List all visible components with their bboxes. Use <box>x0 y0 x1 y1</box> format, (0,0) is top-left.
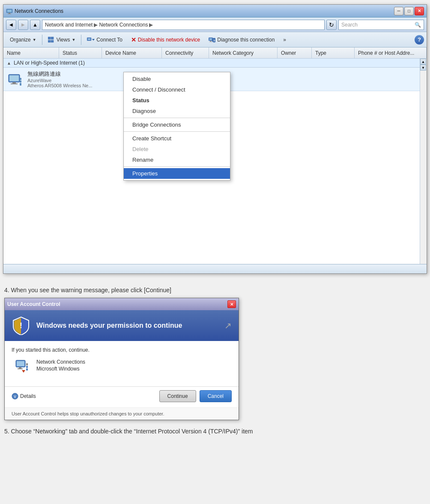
section-chevron-icon: ▲ <box>7 61 11 65</box>
title-bar-controls: ─ □ ✕ <box>394 7 424 15</box>
path-part2: Network Connections <box>99 22 148 28</box>
ctx-properties[interactable]: Properties <box>124 168 230 179</box>
up-button[interactable]: ▲ <box>30 20 40 30</box>
uac-details-button[interactable]: v Details <box>12 393 36 400</box>
uac-buttons: Continue Cancel <box>159 390 232 402</box>
connect-to-label: Connect To <box>96 37 122 43</box>
ctx-rename[interactable]: Rename <box>124 154 230 165</box>
toolbar-separator-1 <box>42 35 42 45</box>
views-label: Views <box>57 37 70 43</box>
uac-close-button[interactable]: ✕ <box>227 300 236 308</box>
svg-text:?: ? <box>213 39 215 43</box>
col-header-name[interactable]: Name <box>3 47 59 58</box>
connect-to-icon <box>87 37 95 43</box>
ctx-bridge-connections[interactable]: Bridge Connections <box>124 119 230 130</box>
help-button[interactable]: ? <box>415 35 424 44</box>
col-header-owner[interactable]: Owner <box>278 47 312 58</box>
explorer-window: Network Connections ─ □ ✕ ◀ ▶ ▲ Network … <box>3 4 427 274</box>
network-sub1: AzureWave <box>27 78 93 83</box>
back-button[interactable]: ◀ <box>6 20 16 30</box>
svg-rect-19 <box>12 82 16 83</box>
search-placeholder: Search <box>341 22 358 28</box>
uac-footer: v Details Continue Cancel <box>5 386 239 407</box>
context-menu: Disable Connect / Disconnect Status Diag… <box>123 72 230 181</box>
svg-rect-9 <box>88 39 90 40</box>
views-button[interactable]: Views ▼ <box>44 34 80 46</box>
more-button[interactable]: » <box>279 34 290 46</box>
computer-wifi-icon <box>7 71 24 87</box>
organize-label: Organize <box>10 37 31 43</box>
svg-rect-5 <box>51 37 54 39</box>
minimize-button[interactable]: ─ <box>394 7 403 15</box>
col-header-connectivity[interactable]: Connectivity <box>162 47 209 58</box>
ctx-sep-2 <box>124 131 230 132</box>
ctx-diagnose[interactable]: Diagnose <box>124 106 230 116</box>
svg-text:!: ! <box>20 321 22 330</box>
toolbar: Organize ▼ Views ▼ Connect To ✕ D <box>3 32 427 47</box>
ctx-status[interactable]: Status <box>124 95 230 106</box>
search-box[interactable]: Search 🔍 <box>338 20 424 30</box>
disable-icon: ✕ <box>131 36 136 43</box>
section-header[interactable]: ▲ LAN or High-Speed Internet (1) <box>3 59 427 68</box>
title-bar-left: Network Connections <box>6 8 63 15</box>
svg-rect-31 <box>26 363 28 365</box>
ctx-connect-disconnect[interactable]: Connect / Disconnect <box>124 84 230 95</box>
uac-details-label: Details <box>20 393 36 399</box>
col-header-device-name[interactable]: Device Name <box>102 47 162 58</box>
col-header-status[interactable]: Status <box>59 47 102 58</box>
network-info: 無線網路連線 AzureWave Atheros AR5008 Wireless… <box>27 70 93 88</box>
disable-button[interactable]: ✕ Disable this network device <box>127 34 204 46</box>
disable-label: Disable this network device <box>138 37 200 43</box>
col-header-phone[interactable]: Phone # or Host Addre... <box>355 47 427 58</box>
uac-header-text: Windows needs your permission to continu… <box>36 321 182 330</box>
svg-rect-27 <box>19 367 21 368</box>
path-part1: Network and Internet <box>45 22 93 28</box>
scroll-up-button[interactable]: ▲ <box>420 59 426 65</box>
views-dropdown-icon: ▼ <box>72 38 75 42</box>
uac-app-publisher: Microsoft Windows <box>36 366 85 372</box>
svg-rect-29 <box>26 368 28 371</box>
svg-rect-4 <box>48 37 51 39</box>
step4-text: 4. When you see the warning message, ple… <box>0 278 430 298</box>
network-sub2: Atheros AR5008 Wireless Ne... <box>27 83 93 88</box>
uac-cancel-button[interactable]: Cancel <box>200 390 232 402</box>
svg-marker-10 <box>92 39 95 41</box>
content-area: ▲ LAN or High-Speed Internet (1) <box>3 59 427 264</box>
ctx-create-shortcut[interactable]: Create Shortcut <box>124 133 230 144</box>
maximize-button[interactable]: □ <box>404 7 414 15</box>
column-headers: Name Status Device Name Connectivity Net… <box>3 47 427 59</box>
svg-rect-7 <box>51 40 54 42</box>
scroll-down-button[interactable]: ▼ <box>420 65 426 71</box>
ctx-sep-3 <box>124 166 230 167</box>
ctx-disable[interactable]: Disable <box>124 74 230 84</box>
col-header-type[interactable]: Type <box>312 47 355 58</box>
svg-rect-20 <box>11 83 18 84</box>
connect-to-button[interactable]: Connect To <box>83 34 126 46</box>
path-arrow2: ▶ <box>149 22 153 28</box>
close-button[interactable]: ✕ <box>415 7 424 15</box>
status-bar <box>3 264 427 273</box>
toolbar-separator-2 <box>81 35 81 45</box>
uac-continue-button[interactable]: Continue <box>159 390 196 402</box>
uac-header: ! Windows needs your permission to conti… <box>5 310 239 341</box>
diagnose-icon: ? <box>209 37 215 43</box>
title-bar: Network Connections ─ □ ✕ <box>3 5 427 18</box>
scrollbar-right[interactable]: ▲ ▼ <box>420 59 427 264</box>
cursor-indicator: ↗ <box>224 320 232 331</box>
network-item[interactable]: 無線網路連線 AzureWave Atheros AR5008 Wireless… <box>3 68 427 91</box>
forward-button[interactable]: ▶ <box>18 20 28 30</box>
svg-text:v: v <box>14 394 16 399</box>
svg-rect-22 <box>20 80 21 83</box>
col-header-network-category[interactable]: Network Category <box>209 47 278 58</box>
more-label: » <box>283 37 286 43</box>
organize-dropdown-icon: ▼ <box>33 38 36 42</box>
address-path[interactable]: Network and Internet ▶ Network Connectio… <box>42 20 325 30</box>
svg-rect-14 <box>209 42 212 42</box>
ctx-sep-1 <box>124 118 230 118</box>
diagnose-button[interactable]: ? Diagnose this connection <box>205 34 278 46</box>
svg-rect-2 <box>9 13 10 14</box>
organize-button[interactable]: Organize ▼ <box>6 34 40 46</box>
uac-app-name: Network Connections <box>36 359 85 365</box>
refresh-button[interactable]: ↻ <box>326 20 337 30</box>
svg-rect-21 <box>20 83 21 86</box>
